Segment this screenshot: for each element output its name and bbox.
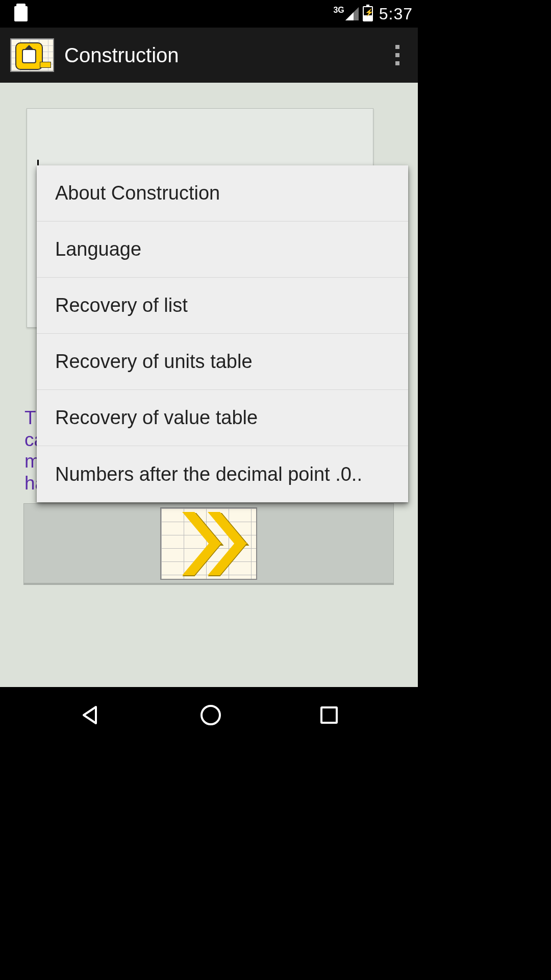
overflow-dot-icon: [395, 53, 399, 57]
content-area: TIP :On the CALCULATION screen before ca…: [0, 83, 418, 687]
menu-item-recovery-units[interactable]: Recovery of units table: [37, 334, 408, 390]
battery-fill: [364, 15, 372, 20]
nav-home-button[interactable]: [201, 705, 221, 725]
next-button-brick-icon: [160, 507, 257, 580]
navigation-bar: [0, 687, 418, 743]
menu-item-recovery-list[interactable]: Recovery of list: [37, 278, 408, 334]
menu-item-recovery-value[interactable]: Recovery of value table: [37, 390, 408, 446]
menu-item-language[interactable]: Language: [37, 222, 408, 278]
menu-item-about[interactable]: About Construction: [37, 165, 408, 222]
status-bar: 3G 5:37: [0, 0, 418, 28]
next-button[interactable]: [23, 503, 394, 585]
overflow-menu-button[interactable]: [387, 40, 408, 70]
overflow-dot-icon: [395, 45, 399, 49]
tape-measure-icon: [15, 42, 43, 70]
house-icon: [22, 49, 36, 63]
nav-back-button[interactable]: [81, 705, 101, 725]
overflow-dot-icon: [395, 61, 399, 65]
nav-recent-button[interactable]: [320, 706, 338, 724]
network-label: 3G: [333, 6, 344, 15]
app-bar: Construction: [0, 28, 418, 83]
status-time: 5:37: [379, 5, 413, 23]
battery-icon: [363, 6, 373, 21]
sd-card-icon: [14, 6, 28, 21]
signal-icon: [345, 7, 359, 20]
app-icon: [10, 38, 54, 72]
menu-item-decimal-numbers[interactable]: Numbers after the decimal point .0..: [37, 446, 408, 502]
app-title: Construction: [64, 44, 179, 67]
status-left: [5, 6, 28, 21]
overflow-menu: About Construction Language Recovery of …: [37, 165, 408, 502]
status-right: 3G 5:37: [333, 5, 413, 23]
